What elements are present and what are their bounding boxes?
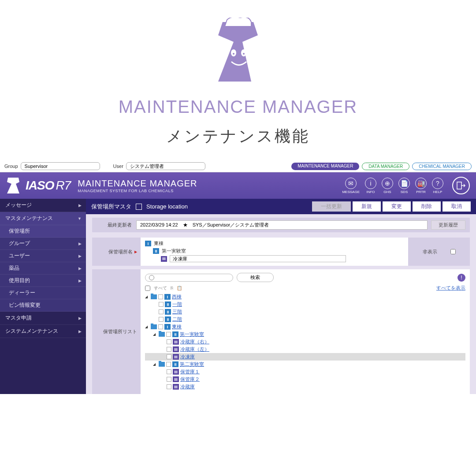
last-update-label: 最終更新者 [97, 222, 136, 228]
pill-data-manager[interactable]: DATA MANAGER [362, 163, 409, 170]
exit-button[interactable] [452, 177, 470, 194]
prtr-icon[interactable]: 🏭PRTR [415, 178, 427, 194]
tree-row[interactable]: III保管庫２ [145, 376, 465, 383]
svg-point-3 [233, 53, 234, 55]
level-badge: III [173, 354, 179, 360]
tree-row[interactable]: ◢I東棟 [145, 323, 465, 331]
sidebar-item[interactable]: メッセージ▶ [0, 199, 86, 212]
folder-icon [151, 294, 157, 299]
loc-level2: 第一実験室 [162, 248, 186, 254]
sidebar-subitem[interactable]: ユーザー▶ [0, 250, 86, 262]
tree-label[interactable]: 冷凍庫 [180, 353, 195, 360]
sidebar-item[interactable]: システムメンテナンス▶ [0, 325, 86, 338]
sidebar-subitem[interactable]: ディーラー [0, 287, 86, 299]
tree-label[interactable]: 三階 [172, 309, 182, 315]
sidebar-subitem[interactable]: 保管場所 [0, 225, 86, 238]
show-all-link[interactable]: すべてを表示 [436, 285, 465, 291]
tree-row[interactable]: III保管庫１ [145, 368, 465, 376]
tree-label[interactable]: 冷蔵庫 [180, 383, 195, 390]
message-icon[interactable]: ✉MESSAGE [342, 178, 360, 194]
info-icon[interactable]: iINFO [365, 178, 376, 194]
mascot-logo [209, 18, 267, 84]
level-badge: II [165, 301, 171, 307]
sidebar-subitem[interactable]: 使用目的▶ [0, 275, 86, 287]
tree-checkbox[interactable] [159, 317, 164, 322]
app-subtitle: MANAGEMENT SYSTEM FOR LAB CHEMICALS [78, 189, 197, 193]
group-input[interactable] [21, 162, 100, 170]
tree-checkbox[interactable] [158, 324, 163, 329]
tree-row[interactable]: III冷蔵庫（右） [145, 338, 465, 346]
level3-icon: III [161, 256, 167, 262]
location-name-input[interactable] [170, 255, 346, 262]
tree-label[interactable]: 冷蔵庫（右） [180, 338, 209, 345]
tree-label[interactable]: 保管庫２ [180, 376, 200, 383]
tree-label[interactable]: 西棟 [172, 294, 182, 300]
tree-row[interactable]: II一階 [145, 301, 465, 308]
tree-label[interactable]: 保管庫１ [180, 368, 200, 375]
tree-row[interactable]: II三階 [145, 308, 465, 316]
tree-row[interactable]: III冷蔵庫（左） [145, 346, 465, 353]
copy-icon[interactable]: ⎘ [171, 286, 173, 290]
tree-checkbox[interactable] [167, 339, 171, 344]
sds-icon[interactable]: 📄SDS [398, 178, 410, 194]
tree-label[interactable]: 第一実験室 [180, 331, 204, 338]
tree-label[interactable]: 東棟 [172, 324, 182, 330]
sidebar-subitem[interactable]: ビン情報変更 [0, 299, 86, 312]
tree-checkbox[interactable] [167, 354, 171, 359]
tree-checkbox[interactable] [167, 347, 171, 352]
tree-label[interactable]: 冷蔵庫（左） [180, 346, 209, 353]
tree-checkbox[interactable] [158, 294, 163, 299]
edit-button[interactable]: 変更 [383, 201, 411, 212]
tree-row[interactable]: ◢II第一実験室 [145, 331, 465, 338]
tree-checkbox[interactable] [167, 369, 171, 374]
brand-name: IASOR7 [26, 178, 71, 193]
bulk-update-button[interactable]: 一括更新 [312, 201, 351, 212]
tree-checkbox[interactable] [167, 377, 171, 382]
folder-icon [151, 324, 157, 329]
pill-maintenance-manager[interactable]: MAINTENANCE MANAGER [291, 163, 359, 170]
help-icon[interactable]: ?HELP [432, 178, 443, 194]
info-icon[interactable]: ! [457, 274, 465, 282]
new-button[interactable]: 新規 [353, 201, 381, 212]
cancel-button[interactable]: 取消 [443, 201, 471, 212]
tree-label[interactable]: 二階 [172, 316, 182, 323]
page-header: 保管場所マスタ Storage location 一括更新 新規 変更 削除 取… [86, 199, 476, 214]
brand-logo-icon [6, 177, 21, 194]
select-all-checkbox[interactable] [145, 286, 150, 291]
page-title-en: Storage location [146, 203, 188, 210]
tree-row[interactable]: III冷凍庫 [145, 353, 465, 361]
loc-level1: 東棟 [154, 240, 164, 247]
tree-checkbox[interactable] [159, 302, 164, 307]
tree-label[interactable]: 一階 [172, 301, 182, 308]
level-badge: II [165, 309, 171, 315]
delete-button[interactable]: 削除 [413, 201, 441, 212]
topbar: Group User MAINTENANCE MANAGER DATA MANA… [0, 160, 476, 172]
location-name-panel: 保管場所名▶ I東棟 II第一実験室 III 非表示 [92, 238, 470, 266]
tree-row[interactable]: III冷蔵庫 [145, 383, 465, 390]
svg-point-4 [243, 53, 245, 55]
sidebar-item[interactable]: マスタメンテナンス▼ [0, 212, 86, 225]
tree-label[interactable]: 第二実験室 [180, 361, 204, 368]
tree-row[interactable]: ◢I西棟 [145, 293, 465, 301]
search-button[interactable]: 検索 [237, 273, 274, 282]
search-input[interactable] [145, 274, 233, 282]
tree-checkbox[interactable] [159, 309, 164, 314]
pill-chemical-manager[interactable]: CHEMICAL MANAGER [412, 163, 472, 170]
svg-marker-5 [7, 178, 19, 193]
history-button[interactable]: 更新履歴 [431, 220, 465, 230]
promo-section: MAINTENANCE MANAGER メンテナンス機能 [0, 0, 476, 160]
paste-icon[interactable]: 📋 [177, 286, 182, 290]
sidebar-subitem[interactable]: グループ▶ [0, 238, 86, 250]
sidebar-item[interactable]: マスタ申請▶ [0, 312, 86, 325]
ghs-icon[interactable]: ⊕GHS [382, 178, 393, 194]
tree-row[interactable]: II二階 [145, 316, 465, 323]
svg-marker-0 [218, 22, 258, 82]
tree-row[interactable]: ◢II第二実験室 [145, 361, 465, 368]
user-input[interactable] [126, 162, 205, 170]
tree-checkbox[interactable] [166, 332, 171, 337]
tree-checkbox[interactable] [167, 384, 171, 389]
tree-checkbox[interactable] [166, 362, 171, 367]
hidden-checkbox[interactable] [450, 249, 456, 254]
sidebar-subitem[interactable]: 薬品▶ [0, 262, 86, 275]
header-banner: IASOR7 MAINTENANCE MANAGER MANAGEMENT SY… [0, 172, 476, 199]
